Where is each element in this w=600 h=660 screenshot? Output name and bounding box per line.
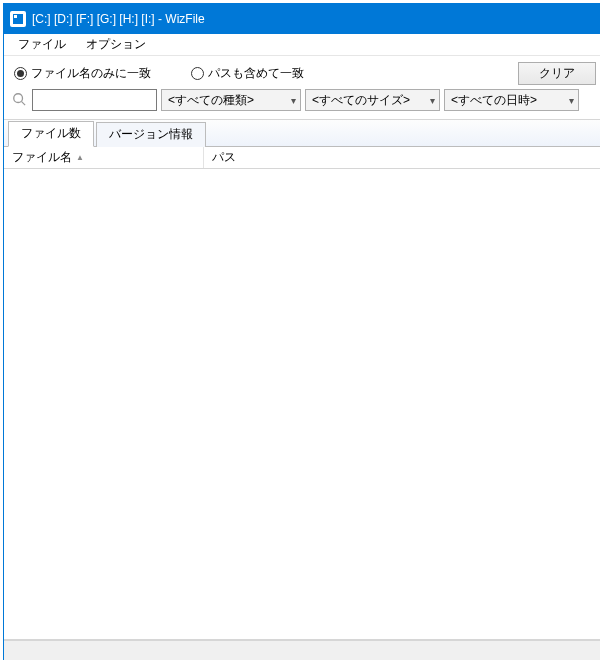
radio-filename-only-label: ファイル名のみに一致 [31,65,151,82]
search-input[interactable] [32,89,157,111]
window-title: [C:] [D:] [F:] [G:] [H:] [I:] - WizFile [32,12,205,26]
svg-rect-1 [14,15,17,18]
menu-file[interactable]: ファイル [8,34,76,55]
app-icon [10,11,26,27]
search-icon [10,92,28,109]
tab-file-count[interactable]: ファイル数 [8,121,94,147]
column-filename-label: ファイル名 [12,149,72,166]
column-path-label: パス [212,149,236,166]
date-filter-label: <すべての日時> [451,92,537,109]
match-mode-radio-group: ファイル名のみに一致 パスも含めて一致 [14,65,304,82]
sort-ascending-icon: ▲ [76,153,84,162]
radio-circle-icon [191,67,204,80]
radio-dot-icon [14,67,27,80]
date-filter-combo[interactable]: <すべての日時> ▾ [444,89,579,111]
chevron-down-icon: ▾ [291,95,296,106]
menu-options[interactable]: オプション [76,34,156,55]
tab-strip: ファイル数 バージョン情報 [4,119,600,147]
list-header: ファイル名 ▲ パス [4,147,600,169]
search-toolbar: <すべての種類> ▾ <すべてのサイズ> ▾ <すべての日時> ▾ [4,89,600,119]
statusbar [4,640,600,660]
type-filter-label: <すべての種類> [168,92,254,109]
tab-version-info[interactable]: バージョン情報 [96,122,206,147]
svg-line-3 [22,101,26,105]
clear-button[interactable]: クリア [518,62,596,85]
radio-include-path[interactable]: パスも含めて一致 [191,65,304,82]
radio-include-path-label: パスも含めて一致 [208,65,304,82]
type-filter-combo[interactable]: <すべての種類> ▾ [161,89,301,111]
size-filter-label: <すべてのサイズ> [312,92,410,109]
titlebar[interactable]: [C:] [D:] [F:] [G:] [H:] [I:] - WizFile [4,4,600,34]
filter-toolbar: ファイル名のみに一致 パスも含めて一致 クリア [4,56,600,89]
menubar: ファイル オプション [4,34,600,56]
app-window: [C:] [D:] [F:] [G:] [H:] [I:] - WizFile … [3,3,600,660]
column-header-path[interactable]: パス [204,147,600,168]
results-list[interactable] [4,169,600,640]
chevron-down-icon: ▾ [569,95,574,106]
chevron-down-icon: ▾ [430,95,435,106]
radio-filename-only[interactable]: ファイル名のみに一致 [14,65,151,82]
svg-point-2 [14,93,23,102]
size-filter-combo[interactable]: <すべてのサイズ> ▾ [305,89,440,111]
column-header-filename[interactable]: ファイル名 ▲ [4,147,204,168]
